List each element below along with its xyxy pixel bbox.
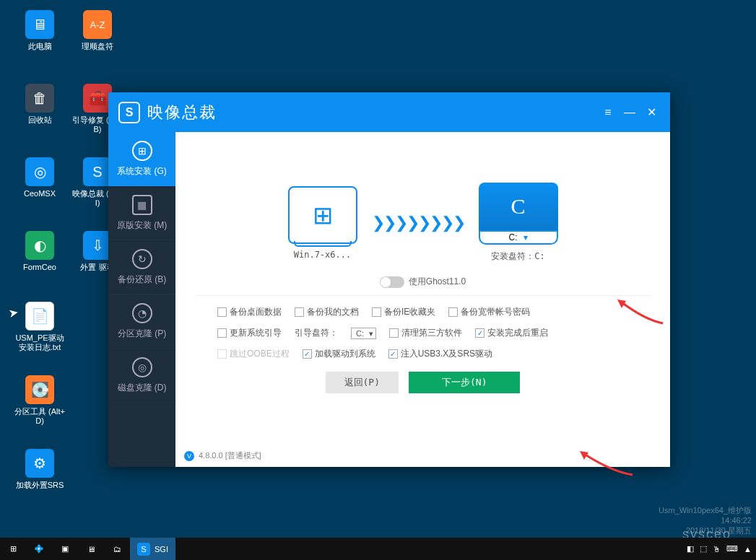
restore-icon: ↻	[132, 249, 152, 269]
sidebar: ⊞系统安装 (G) ▦原版安装 (M) ↻备份还原 (B) ◔分区克隆 (P) …	[108, 132, 175, 467]
taskbar: ⊞ 💠 ▣ 🖥 🗂 S SGI ◧ ⬚ 🖱 ⌨ ▲	[0, 538, 756, 560]
sidebar-label: 分区克隆 (P)	[118, 328, 166, 340]
ghost-label: 使用Ghost11.0	[409, 276, 466, 288]
chk-skip-oobe: 跳过OOBE过程	[217, 348, 290, 360]
taskbar-icon-1[interactable]: 💠	[26, 538, 52, 560]
desktop-icon-ceomsx[interactable]: ◎CeoMSX	[14, 157, 65, 198]
close-button[interactable]: ✕	[643, 104, 660, 121]
chk-inject-usb3[interactable]: 注入USB3.X及SRS驱动	[388, 348, 492, 360]
target-label: 安装盘符：C:	[479, 250, 558, 263]
desktop-icon-load-srs[interactable]: ⚙加载外置SRS	[14, 449, 65, 490]
desktop-icon-formceo[interactable]: ◐FormCeo	[14, 231, 65, 272]
desktop-icon-recycle[interactable]: 🗑回收站	[14, 84, 65, 125]
desktop-icon-log-txt[interactable]: 📄USM_PE驱动 安装日志.txt	[14, 302, 65, 352]
sidebar-item-install[interactable]: ⊞系统安装 (G)	[108, 132, 175, 186]
taskbar-icon-2[interactable]: ▣	[52, 538, 78, 560]
windows-icon: ⊞	[132, 141, 152, 161]
back-button[interactable]: 返回(P)	[326, 372, 399, 393]
taskbar-app-sgi[interactable]: S SGI	[130, 538, 175, 560]
desktop-icon-sort-drives[interactable]: A-Z理顺盘符	[72, 10, 123, 51]
grid-icon: ▦	[132, 195, 152, 215]
source-label: Win.7-x6...	[288, 250, 357, 260]
chk-backup-ie[interactable]: 备份IE收藏夹	[372, 306, 435, 318]
chk-backup-desktop[interactable]: 备份桌面数据	[217, 306, 282, 318]
system-tray[interactable]: ◧ ⬚ 🖱 ⌨ ▲	[687, 544, 756, 554]
tray-icon[interactable]: ⬚	[700, 544, 707, 554]
target-drive: C C:	[479, 183, 558, 245]
tray-icon[interactable]: ◧	[687, 544, 694, 554]
ghost-toggle[interactable]	[380, 276, 404, 288]
separator	[196, 295, 650, 296]
desktop-icon-this-pc[interactable]: 🖥此电脑	[14, 10, 65, 51]
windows-logo-icon: ⊞	[313, 201, 333, 229]
sidebar-label: 磁盘克隆 (D)	[118, 382, 167, 394]
sidebar-label: 系统安装 (G)	[117, 165, 167, 178]
next-button[interactable]: 下一步(N)	[409, 372, 520, 393]
main-panel: ⊞ Win.7-x6... ❯❯❯❯❯❯❯❯ C C: 安装盘符：C: 使用Gh…	[175, 132, 670, 467]
chk-clean-3rd[interactable]: 清理第三方软件	[389, 327, 462, 339]
sidebar-label: 原版安装 (M)	[117, 219, 167, 232]
boot-drive-select[interactable]: C:	[351, 328, 376, 339]
desktop-icon-diskgenius[interactable]: 💽分区工具 (Alt+D)	[14, 375, 65, 426]
sidebar-item-original[interactable]: ▦原版安装 (M)	[108, 186, 175, 240]
pie-icon: ◔	[132, 303, 152, 323]
chk-update-boot[interactable]: 更新系统引导	[217, 327, 282, 339]
sidebar-item-partclone[interactable]: ◔分区克隆 (P)	[108, 294, 175, 349]
app-logo-icon: S	[118, 102, 140, 123]
chk-backup-docs[interactable]: 备份我的文档	[295, 306, 359, 318]
sidebar-item-backup[interactable]: ↻备份还原 (B)	[108, 240, 175, 294]
arrow-icon: ❯❯❯❯❯❯❯❯	[372, 214, 464, 232]
menu-button[interactable]: ≡	[599, 104, 617, 121]
drive-letter: C	[479, 183, 558, 230]
tray-icon[interactable]: 🖱	[713, 545, 721, 554]
titlebar[interactable]: S 映像总裁 ≡ — ✕	[108, 92, 670, 132]
app-window: S 映像总裁 ≡ — ✕ ⊞系统安装 (G) ▦原版安装 (M) ↻备份还原 (…	[108, 92, 670, 467]
tray-icon[interactable]: ▲	[744, 545, 752, 554]
taskbar-icon-4[interactable]: 🗂	[104, 538, 130, 560]
drive-select[interactable]: C:	[479, 230, 558, 245]
chk-load-driver[interactable]: 加载驱动到系统	[303, 348, 375, 360]
minimize-button[interactable]: —	[621, 104, 638, 121]
app-icon: S	[137, 543, 150, 556]
options: 备份桌面数据 备份我的文档 备份IE收藏夹 备份宽带帐号密码 更新系统引导 引导…	[196, 306, 650, 360]
disk-icon: ◎	[132, 357, 152, 377]
tray-icon[interactable]: ⌨	[726, 544, 738, 554]
version-footer: V4.8.0.0 [普通模式]	[184, 450, 261, 461]
taskbar-icon-3[interactable]: 🖥	[78, 538, 104, 560]
source-image-box[interactable]: ⊞	[288, 186, 357, 244]
start-button[interactable]: ⊞	[0, 538, 26, 560]
chk-backup-broadband[interactable]: 备份宽带帐号密码	[448, 306, 530, 318]
taskbar-app-label: SGI	[155, 545, 168, 554]
sidebar-label: 备份还原 (B)	[118, 274, 166, 286]
sidebar-item-diskclone[interactable]: ◎磁盘克隆 (D)	[108, 349, 175, 403]
app-title: 映像总裁	[147, 102, 217, 123]
chk-reboot[interactable]: 安装完成后重启	[475, 327, 548, 339]
boot-drive-label: 引导盘符：	[295, 327, 338, 339]
